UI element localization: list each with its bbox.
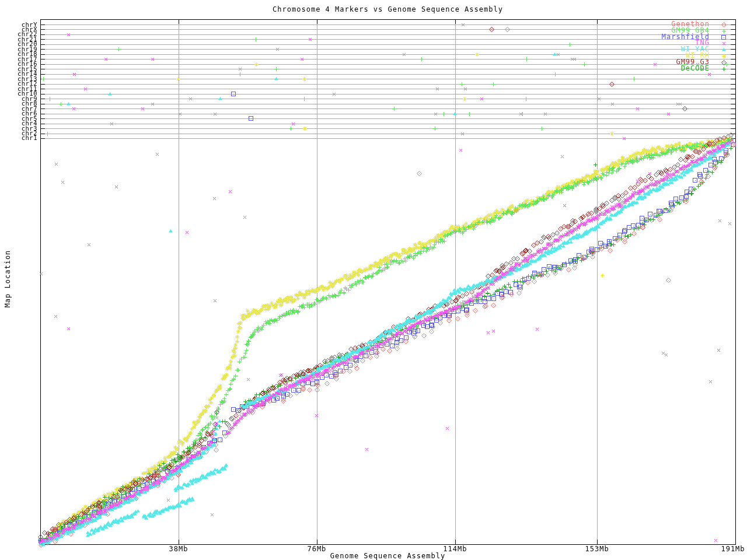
- x-tick-label: 114Mb: [438, 545, 473, 553]
- x-tick-label: 153Mb: [580, 545, 615, 553]
- genome-plot-screen: Chromosome 4 Markers vs Genome Sequence …: [0, 0, 747, 560]
- chromosome-label: chr1: [2, 135, 37, 141]
- x-tick-label: 191Mb: [715, 545, 747, 553]
- legend-label: Marshfield: [581, 34, 710, 40]
- plot-canvas: [0, 0, 747, 560]
- page-title: Chromosome 4 Markers vs Genome Sequence …: [40, 5, 735, 13]
- x-axis-label: Genome Sequence Assembly: [40, 552, 735, 560]
- x-tick-label: 38Mb: [161, 545, 196, 553]
- legend-label: DeCODE: [581, 65, 710, 72]
- x-tick-label: 76Mb: [299, 545, 334, 553]
- y-axis-label: Map Location: [4, 238, 12, 320]
